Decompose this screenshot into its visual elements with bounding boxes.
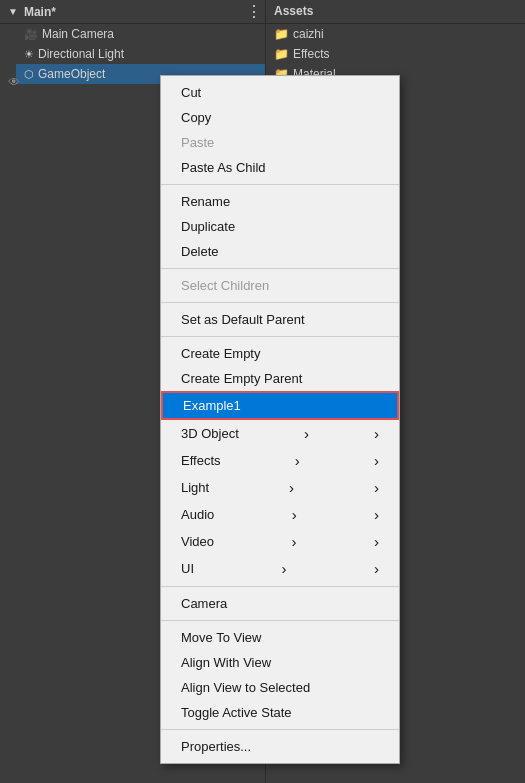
menu-item-label: Set as Default Parent xyxy=(181,312,305,327)
assets-header: Assets xyxy=(266,0,525,24)
menu-item-label: Align With View xyxy=(181,655,271,670)
menu-item-delete[interactable]: Delete xyxy=(161,239,399,264)
menu-item-ui[interactable]: UI› xyxy=(161,555,399,582)
gameobject-icon: ⬡ xyxy=(24,68,34,81)
menu-divider xyxy=(161,268,399,269)
menu-item-align-view-to-selected[interactable]: Align View to Selected xyxy=(161,675,399,700)
menu-divider xyxy=(161,586,399,587)
assets-item-effects[interactable]: 📁 Effects xyxy=(266,44,525,64)
menu-item-label: UI xyxy=(181,561,194,576)
submenu-arrow-icon: › xyxy=(282,560,287,577)
menu-item-copy[interactable]: Copy xyxy=(161,105,399,130)
menu-item-label: Light xyxy=(181,480,209,495)
menu-item-label: Properties... xyxy=(181,739,251,754)
expand-arrow-icon: ▼ xyxy=(8,6,18,17)
assets-title: Assets xyxy=(274,4,313,18)
menu-divider xyxy=(161,184,399,185)
menu-item-label: Camera xyxy=(181,596,227,611)
light-icon: ☀ xyxy=(24,48,34,61)
menu-item-toggle-active-state[interactable]: Toggle Active State xyxy=(161,700,399,725)
menu-divider xyxy=(161,336,399,337)
assets-item-label: caizhi xyxy=(293,27,324,41)
hierarchy-item-label: Main Camera xyxy=(42,27,114,41)
menu-item-properties[interactable]: Properties... xyxy=(161,734,399,759)
menu-item-label: Create Empty xyxy=(181,346,260,361)
menu-item-label: Rename xyxy=(181,194,230,209)
menu-item-effects[interactable]: Effects› xyxy=(161,447,399,474)
context-menu: CutCopyPastePaste As ChildRenameDuplicat… xyxy=(160,75,400,764)
menu-item-label: Delete xyxy=(181,244,219,259)
menu-item-label: Move To View xyxy=(181,630,261,645)
menu-item-label: Example1 xyxy=(183,398,241,413)
hierarchy-item-directional-light[interactable]: ☀ Directional Light xyxy=(16,44,270,64)
menu-item-audio[interactable]: Audio› xyxy=(161,501,399,528)
menu-item-label: Duplicate xyxy=(181,219,235,234)
menu-divider xyxy=(161,620,399,621)
menu-item-label: 3D Object xyxy=(181,426,239,441)
menu-item-create-empty[interactable]: Create Empty xyxy=(161,341,399,366)
submenu-arrow-icon: › xyxy=(295,452,300,469)
menu-divider xyxy=(161,729,399,730)
menu-item-label: Cut xyxy=(181,85,201,100)
hierarchy-title: Main* xyxy=(24,5,56,19)
assets-item-caizhi[interactable]: 📁 caizhi xyxy=(266,24,525,44)
menu-item-label: Video xyxy=(181,534,214,549)
menu-item-video[interactable]: Video› xyxy=(161,528,399,555)
menu-divider xyxy=(161,302,399,303)
menu-item-label: Copy xyxy=(181,110,211,125)
menu-item-label: Paste As Child xyxy=(181,160,266,175)
camera-icon: 🎥 xyxy=(24,28,38,41)
menu-item-3d-object[interactable]: 3D Object› xyxy=(161,420,399,447)
submenu-arrow-icon: › xyxy=(304,425,309,442)
menu-item-paste-as-child[interactable]: Paste As Child xyxy=(161,155,399,180)
visibility-icon: 👁 xyxy=(8,75,20,89)
submenu-arrow-icon: › xyxy=(289,479,294,496)
hierarchy-header: ▼ Main* ⋮ xyxy=(0,0,270,24)
folder-icon: 📁 xyxy=(274,47,289,61)
menu-item-label: Audio xyxy=(181,507,214,522)
menu-item-label: Align View to Selected xyxy=(181,680,310,695)
hierarchy-menu-button[interactable]: ⋮ xyxy=(246,2,262,21)
submenu-arrow-icon: › xyxy=(292,533,297,550)
menu-item-label: Select Children xyxy=(181,278,269,293)
menu-item-camera[interactable]: Camera xyxy=(161,591,399,616)
menu-item-label: Paste xyxy=(181,135,214,150)
menu-item-move-to-view[interactable]: Move To View xyxy=(161,625,399,650)
menu-item-cut[interactable]: Cut xyxy=(161,80,399,105)
menu-item-align-with-view[interactable]: Align With View xyxy=(161,650,399,675)
menu-item-paste: Paste xyxy=(161,130,399,155)
menu-item-rename[interactable]: Rename xyxy=(161,189,399,214)
menu-item-example1[interactable]: Example1 xyxy=(161,391,399,420)
hierarchy-item-label: Directional Light xyxy=(38,47,124,61)
assets-item-label: Effects xyxy=(293,47,329,61)
menu-item-label: Effects xyxy=(181,453,221,468)
menu-item-label: Toggle Active State xyxy=(181,705,292,720)
menu-item-create-empty-parent[interactable]: Create Empty Parent xyxy=(161,366,399,391)
hierarchy-item-label: GameObject xyxy=(38,67,105,81)
menu-item-label: Create Empty Parent xyxy=(181,371,302,386)
hierarchy-item-main-camera[interactable]: 🎥 Main Camera xyxy=(16,24,270,44)
menu-item-select-children: Select Children xyxy=(161,273,399,298)
submenu-arrow-icon: › xyxy=(292,506,297,523)
menu-item-duplicate[interactable]: Duplicate xyxy=(161,214,399,239)
menu-item-light[interactable]: Light› xyxy=(161,474,399,501)
folder-icon: 📁 xyxy=(274,27,289,41)
menu-item-set-as-default-parent[interactable]: Set as Default Parent xyxy=(161,307,399,332)
